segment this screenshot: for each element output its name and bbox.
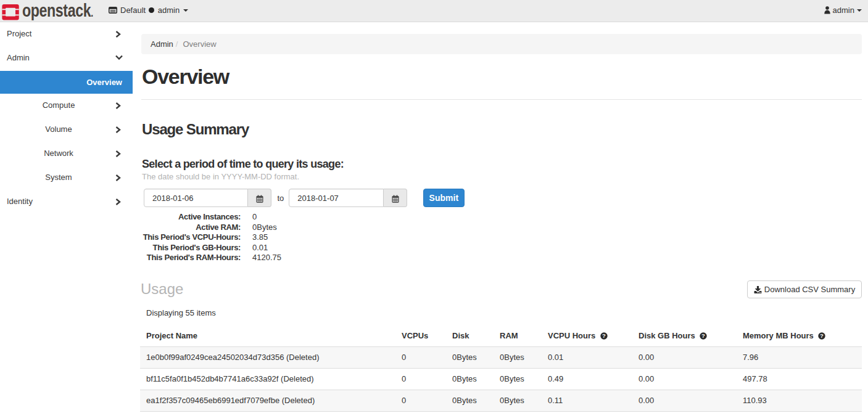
- svg-text:?: ?: [820, 332, 824, 339]
- svg-text:?: ?: [602, 332, 606, 339]
- svg-text:?: ?: [701, 332, 705, 339]
